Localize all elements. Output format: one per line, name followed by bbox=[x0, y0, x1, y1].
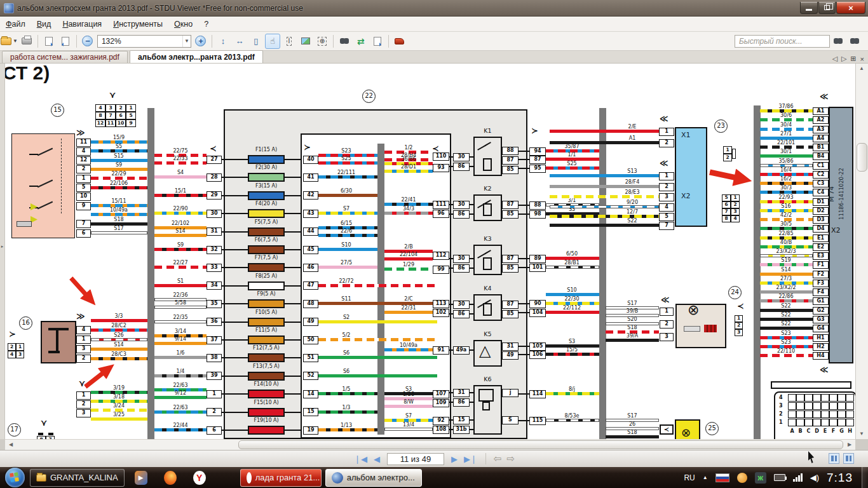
next-view-button[interactable] bbox=[58, 34, 73, 49]
close-button[interactable]: × bbox=[836, 2, 865, 14]
clock[interactable]: 7:13 bbox=[827, 471, 853, 485]
scroll-down-icon[interactable]: ▼ bbox=[856, 429, 867, 439]
pin-box: 6 bbox=[207, 426, 222, 435]
pages-icon bbox=[374, 37, 381, 46]
pin-box: 107 bbox=[433, 390, 449, 398]
minimize-button[interactable] bbox=[800, 2, 818, 14]
russian-flag-icon[interactable] bbox=[715, 473, 729, 482]
scroll-up-icon[interactable]: ▲ bbox=[856, 64, 867, 74]
scroll-right-icon[interactable]: ▶ bbox=[844, 440, 855, 450]
menu-item[interactable]: Окно bbox=[168, 18, 198, 30]
taskbar-yandex-button[interactable]: Y bbox=[187, 469, 212, 487]
prev-view-button[interactable] bbox=[41, 34, 57, 49]
print-button[interactable] bbox=[19, 34, 34, 49]
vertical-scrollbar[interactable]: ▲ ▼ bbox=[855, 64, 868, 439]
horizontal-scrollbar[interactable]: ◀ ▶ bbox=[5, 439, 855, 450]
fit-width-button[interactable]: ↔ bbox=[232, 34, 247, 49]
grid-cell bbox=[837, 410, 846, 418]
menu-item[interactable]: Файл bbox=[0, 18, 31, 30]
prev-page-button[interactable]: ◀ bbox=[374, 455, 380, 463]
multi-page-view-icon[interactable] bbox=[843, 453, 854, 464]
wire-label: 2/E bbox=[611, 124, 654, 130]
pin-box: 110 bbox=[433, 152, 449, 161]
tab-active[interactable]: альбом электр...ранта 2013.pdf bbox=[130, 50, 263, 63]
tab-scroll-left-icon[interactable]: ◁ bbox=[832, 55, 837, 63]
fuse bbox=[248, 281, 285, 290]
search-button[interactable] bbox=[337, 34, 352, 49]
stdu-viewer-icon bbox=[332, 472, 343, 484]
taskbar-mediaplayer-button[interactable]: ▶ bbox=[128, 469, 154, 487]
start-button[interactable] bbox=[5, 468, 25, 487]
zoom-select-button[interactable]: ⊕ bbox=[315, 34, 330, 49]
maximize-button[interactable] bbox=[818, 2, 836, 14]
grid-cell bbox=[813, 419, 821, 426]
volume-icon[interactable]: ◀) bbox=[810, 473, 819, 482]
copy-page-button[interactable] bbox=[370, 34, 385, 49]
hand-tool-button[interactable]: ☝ bbox=[265, 34, 280, 49]
wire-label: S14 bbox=[764, 267, 808, 273]
vertical-scroll-thumb[interactable] bbox=[857, 143, 867, 172]
single-page-view-icon[interactable] bbox=[829, 453, 839, 464]
fit-height-button[interactable]: ↕ bbox=[215, 34, 231, 49]
fuse bbox=[248, 353, 285, 362]
taskbar-opera-window[interactable]: лада гранта 21... bbox=[240, 469, 322, 487]
page-indicator[interactable]: 11 из 49 bbox=[387, 453, 444, 465]
wire-label: S22 bbox=[611, 218, 654, 224]
history-back-button[interactable]: ⇦ bbox=[494, 453, 502, 464]
zoom-in-button[interactable]: + bbox=[193, 34, 208, 49]
text-select-button[interactable]: I bbox=[281, 34, 297, 49]
wire bbox=[760, 345, 813, 348]
pin-box: 4 bbox=[76, 326, 91, 334]
rotate-button[interactable]: ⇄ bbox=[353, 34, 369, 49]
open-file-button[interactable]: ▼ bbox=[1, 34, 18, 49]
show-desktop-button[interactable] bbox=[862, 467, 868, 488]
bookmark-button[interactable] bbox=[392, 34, 407, 49]
wire-label: S17 bbox=[611, 301, 654, 306]
wire-label: S10 bbox=[325, 242, 368, 248]
image-select-button[interactable] bbox=[298, 34, 313, 49]
wire-label: 6/50 bbox=[550, 251, 593, 257]
zoom-out-button[interactable]: − bbox=[80, 34, 95, 49]
connection-line bbox=[285, 357, 301, 358]
sidebar-collapsed-strip[interactable]: ▸ bbox=[0, 64, 5, 439]
language-indicator[interactable]: RU bbox=[684, 473, 695, 482]
wire-label: S18 bbox=[97, 217, 140, 222]
wire-label: 22/102 bbox=[159, 220, 202, 226]
scroll-left-icon[interactable]: ◀ bbox=[5, 440, 17, 450]
tab-scroll-right-icon[interactable]: ▷ bbox=[841, 55, 846, 63]
taskbar-firefox-button[interactable] bbox=[158, 469, 183, 487]
next-page-button[interactable]: ▶ bbox=[451, 455, 458, 463]
fit-width-icon: ↔ bbox=[235, 37, 243, 45]
tab-close-icon[interactable]: × bbox=[860, 55, 864, 63]
taskbar-folder-window[interactable]: GRANTA_KALINA bbox=[30, 469, 125, 487]
pin-box: 102 bbox=[433, 309, 449, 317]
wire-label: 2/C bbox=[387, 296, 430, 302]
relay-label: K5 bbox=[473, 330, 502, 337]
battery-icon[interactable] bbox=[774, 474, 785, 481]
horizontal-scroll-thumb[interactable] bbox=[238, 440, 843, 449]
fit-page-button[interactable]: ▯ bbox=[248, 34, 264, 49]
tab[interactable]: работа систем... зажигания.pdf bbox=[2, 51, 128, 63]
pin-box: 47 bbox=[303, 281, 318, 290]
tab-list-icon[interactable]: ⊞ bbox=[850, 55, 856, 63]
find-prev-button[interactable] bbox=[831, 34, 846, 49]
menu-item[interactable]: ? bbox=[198, 18, 214, 30]
history-forward-button[interactable]: ⇨ bbox=[506, 453, 515, 464]
hidden-icons-arrow[interactable]: ▲ bbox=[703, 475, 708, 480]
taskbar-stdu-window[interactable]: альбом электро... bbox=[325, 469, 422, 487]
agent-tray-icon[interactable] bbox=[737, 473, 747, 483]
search-input[interactable] bbox=[735, 35, 830, 48]
first-page-button[interactable]: ❘◀ bbox=[354, 455, 367, 463]
wire-label: 40/B bbox=[764, 240, 808, 245]
wire bbox=[318, 248, 377, 251]
drweb-spider-icon[interactable]: ж bbox=[755, 472, 766, 484]
wire bbox=[760, 118, 813, 121]
zoom-level-combo[interactable]: 132%▼ bbox=[97, 35, 191, 48]
menu-item[interactable]: Инструменты bbox=[107, 18, 168, 30]
last-page-button[interactable]: ▶❘ bbox=[464, 455, 477, 463]
menu-item[interactable]: Вид bbox=[31, 18, 57, 30]
find-next-button[interactable] bbox=[847, 34, 862, 49]
menu-item[interactable]: Навигация bbox=[57, 18, 107, 30]
network-signal-icon[interactable] bbox=[793, 473, 803, 482]
plug-shape bbox=[482, 402, 490, 410]
